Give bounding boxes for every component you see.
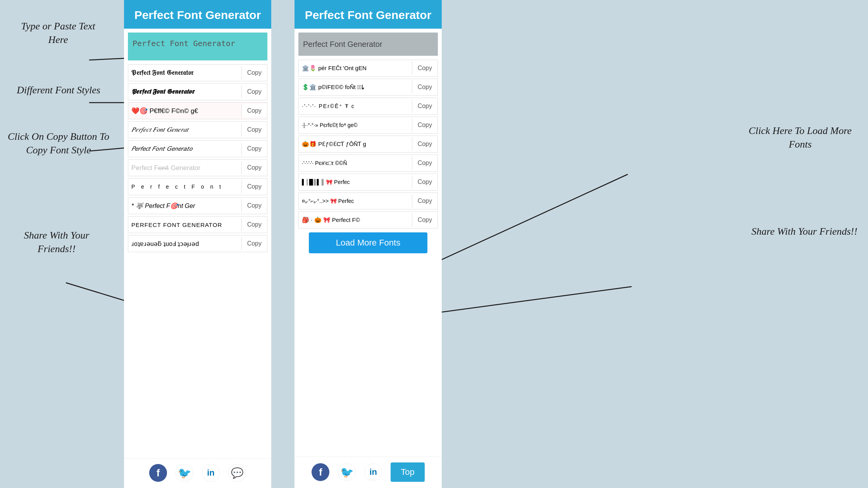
font-row: 𝑃𝑒𝑟𝑓𝑒𝑐𝑡 𝐹𝑜𝑛𝑡 𝐺𝑒𝑛𝑒𝑟𝑎𝑡 Copy <box>128 121 267 138</box>
font-row: ❤️🎯 P€ff€©️ F©️n© g€ Copy <box>128 102 267 119</box>
social-bar-right: f 🐦 in Top <box>294 457 442 488</box>
font-text: 🎒 · 🎃 🎀 Perfect F© <box>299 214 412 226</box>
copy-button[interactable]: Copy <box>241 237 267 250</box>
font-text: 🏛️🌷 pér FEČt 'Ont gEN <box>299 62 412 74</box>
font-row: 𝕻𝖊𝖗𝖋𝖊𝖈𝖙 𝕱𝖔𝖓𝖙 𝕲𝖊𝖓𝖊𝖗𝖆𝖙𝖔𝖗 Copy <box>128 83 267 100</box>
font-text: PERFECT FONT GENERATOR <box>128 219 241 230</box>
font-row: ▌│█║▌║ 🎀 Perfec Copy <box>298 174 438 191</box>
font-text: * 🐺 Perfect F🎯nt Ger <box>128 200 241 212</box>
panel-right-header: Perfect Font Generator <box>294 0 442 29</box>
font-row: 🎒 · 🎃 🎀 Perfect F© Copy <box>298 211 438 229</box>
font-row: 𝘗𝘦𝘳𝘧𝘦𝘤𝘵 𝘍𝘰𝘯𝘵 𝘎𝘦𝘯𝘦𝘳𝘢𝘵𝘰 Copy <box>128 140 267 157</box>
copy-button[interactable]: Copy <box>241 104 267 117</box>
font-row: ¤ₐ·°⌐ₐ·°..>> 🎀 Perfec Copy <box>298 192 438 210</box>
font-text: P e r f e c t F o n t <box>128 181 241 192</box>
copy-button[interactable]: Copy <box>412 100 437 113</box>
copy-button[interactable]: Copy <box>241 66 267 79</box>
whatsapp-icon[interactable]: 💬 <box>228 464 246 482</box>
font-text: ▌│█║▌║ 🎀 Perfec <box>299 177 412 187</box>
facebook-icon[interactable]: f <box>149 464 167 482</box>
twitter-icon[interactable]: 🐦 <box>176 464 193 482</box>
font-row: Perfect Fo̶n̶t̶ Generator Copy <box>128 159 267 176</box>
font-row: PERFECT FONT GENERATOR Copy <box>128 216 267 233</box>
panel-left-header: Perfect Font Generator <box>124 0 271 29</box>
copy-button[interactable]: Copy <box>412 81 437 94</box>
font-row: 🎃🎁 ΡƐƒ©ƐCƬ ƒÔÑƬ g Copy <box>298 136 438 153</box>
panel-right-input-display: Perfect Font Generator <box>298 33 438 56</box>
twitter-icon[interactable]: 🐦 <box>338 463 356 481</box>
font-text: 💲🏛️ p©ïFE©© foÑt ɢ᷊ȴ <box>299 81 412 93</box>
copy-button[interactable]: Copy <box>412 62 437 75</box>
annotation-load-more: Click Here To Load More Fonts <box>744 124 856 151</box>
panel-left: Perfect Font Generator Perfect Font Gene… <box>124 0 271 488</box>
annotation-share-left: Share With Your Friends!! <box>6 229 107 256</box>
copy-button[interactable]: Copy <box>241 199 267 212</box>
font-text: ❤️🎯 P€ff€©️ F©️n© g€ <box>128 105 241 117</box>
copy-button[interactable]: Copy <box>412 175 437 189</box>
copy-button[interactable]: Copy <box>241 85 267 98</box>
annotation-copy-button: Click On Copy Button To Copy Font Style <box>6 130 111 157</box>
text-input[interactable]: Perfect Font Generator <box>133 39 263 54</box>
font-text: 𝘗𝘦𝘳𝘧𝘦𝘤𝘵 𝘍𝘰𝘯𝘵 𝘎𝘦𝘯𝘦𝘳𝘢𝘵𝘰 <box>128 143 241 155</box>
font-row: 🏛️🌷 pér FEČt 'Ont gEN Copy <box>298 60 438 77</box>
facebook-icon[interactable]: f <box>312 463 329 481</box>
font-row: 💲🏛️ p©ïFE©© foÑt ɢ᷊ȴ Copy <box>298 79 438 96</box>
copy-button[interactable]: Copy <box>412 137 437 151</box>
copy-button[interactable]: Copy <box>241 142 267 155</box>
font-row: ·'·'·'· ΡΕr©Ē⁺ Ŧ c Copy <box>298 98 438 115</box>
font-text: ·'·'·'·'· Ρєя'є□τ ©©Ñ <box>299 158 412 168</box>
font-row: ·|··°·°·» Pєrfє©ț fo⁴ ge© Copy <box>298 117 438 134</box>
social-bar-left: f 🐦 in 💬 <box>124 458 271 488</box>
copy-button[interactable]: Copy <box>412 119 437 132</box>
text-input-container: Perfect Font Generator <box>128 33 267 60</box>
panel-right-input-text: Perfect Font Generator <box>303 40 382 49</box>
panel-right: Perfect Font Generator Perfect Font Gene… <box>294 0 442 488</box>
font-text: ·|··°·°·» Pєrfє©ț fo⁴ ge© <box>299 120 412 131</box>
linkedin-icon[interactable]: in <box>202 464 220 482</box>
font-text: Perfect Fo̶n̶t̶ Generator <box>128 162 241 174</box>
font-text: 𝕻𝖊𝖗𝖋𝖊𝖈𝖙 𝕱𝖔𝖓𝖙 𝕲𝖊𝖓𝖊𝖗𝖆𝖙𝖔𝖗 <box>128 86 241 98</box>
font-row: ·'·'·'·'· Ρєя'є□τ ©©Ñ Copy <box>298 155 438 172</box>
copy-button[interactable]: Copy <box>412 194 437 208</box>
font-text: ɹoʇɐɹǝuǝƃ ʇuoℲ ʇɔǝɟɹǝd <box>128 238 241 250</box>
annotation-share-right: Share With Your Friends!! <box>750 225 859 238</box>
copy-button[interactable]: Copy <box>412 213 437 227</box>
font-text: ·'·'·'· ΡΕr©Ē⁺ Ŧ c <box>299 101 412 112</box>
linkedin-icon[interactable]: in <box>364 463 382 481</box>
font-text: ¤ₐ·°⌐ₐ·°..>> 🎀 Perfec <box>299 196 412 206</box>
copy-button[interactable]: Copy <box>241 218 267 231</box>
annotation-type-here: Type or Paste Text Here <box>12 19 105 46</box>
copy-button[interactable]: Copy <box>241 180 267 193</box>
font-text: 𝑃𝑒𝑟𝑓𝑒𝑐𝑡 𝐹𝑜𝑛𝑡 𝐺𝑒𝑛𝑒𝑟𝑎𝑡 <box>128 124 241 136</box>
annotation-font-styles: Different Font Styles <box>6 83 111 97</box>
font-row: P e r f e c t F o n t Copy <box>128 178 267 195</box>
load-more-button[interactable]: Load More Fonts <box>309 232 427 253</box>
font-text: 𝔓𝔢𝔯𝔣𝔢𝔠𝔱 𝔉𝔬𝔫𝔱 𝔊𝔢𝔫𝔢𝔯𝔞𝔱𝔬𝔯 <box>128 67 241 79</box>
copy-button[interactable]: Copy <box>241 123 267 136</box>
font-row: 𝔓𝔢𝔯𝔣𝔢𝔠𝔱 𝔉𝔬𝔫𝔱 𝔊𝔢𝔫𝔢𝔯𝔞𝔱𝔬𝔯 Copy <box>128 64 267 81</box>
panel-left-title: Perfect Font Generator <box>130 9 265 22</box>
panel-right-title: Perfect Font Generator <box>301 9 436 22</box>
copy-button[interactable]: Copy <box>241 161 267 174</box>
font-text: 🎃🎁 ΡƐƒ©ƐCƬ ƒÔÑƬ g <box>299 138 412 150</box>
font-row: ɹoʇɐɹǝuǝƃ ʇuoℲ ʇɔǝɟɹǝd Copy <box>128 235 267 252</box>
font-row: * 🐺 Perfect F🎯nt Ger Copy <box>128 197 267 214</box>
top-button[interactable]: Top <box>391 462 424 482</box>
copy-button[interactable]: Copy <box>412 156 437 170</box>
